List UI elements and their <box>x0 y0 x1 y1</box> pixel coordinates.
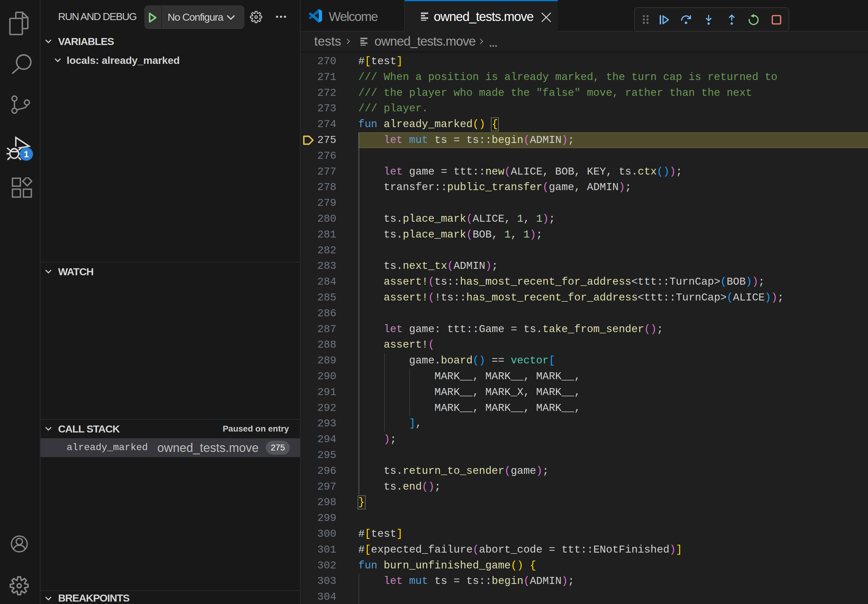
svg-text:1: 1 <box>24 149 29 159</box>
